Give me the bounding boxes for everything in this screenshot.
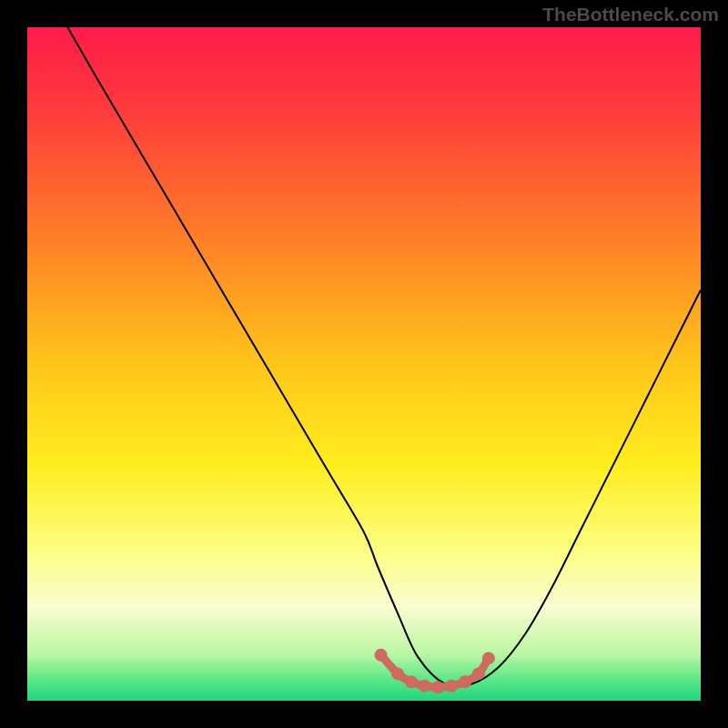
trough-dot [419,680,431,693]
trough-dot [472,667,485,680]
trough-dot [482,652,495,664]
chart-background [27,27,701,701]
trough-dot [375,649,388,662]
trough-dot [459,675,471,688]
trough-dot [431,681,444,693]
bottleneck-chart [0,0,728,728]
trough-dot [391,667,404,680]
watermark-text: TheBottleneck.com [542,4,719,25]
trough-dot [405,675,418,688]
trough-dot [445,680,458,693]
